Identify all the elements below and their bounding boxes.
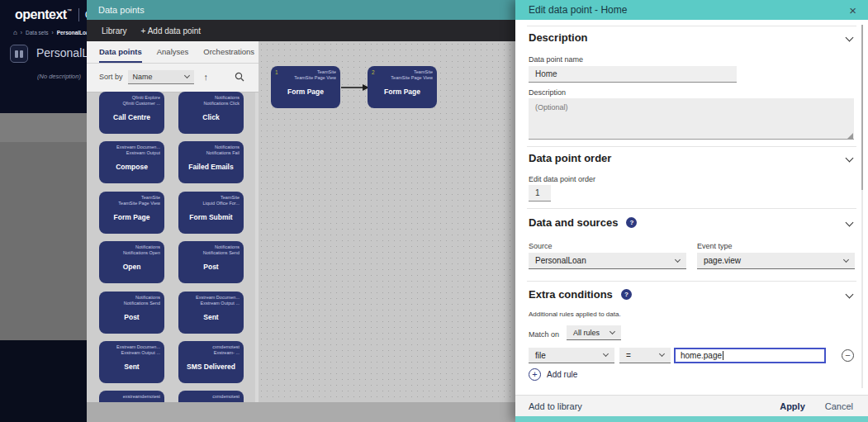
card-name: Form Page — [103, 213, 160, 221]
add-data-point-button[interactable]: + Add data point — [141, 26, 202, 36]
order-input[interactable] — [529, 185, 551, 202]
cancel-button[interactable]: Cancel — [825, 401, 853, 411]
card-source-1: TeamSite — [103, 195, 160, 201]
chevron-down-icon[interactable] — [846, 219, 854, 227]
add-rule-button[interactable]: + Add rule — [529, 368, 577, 381]
library-card-grid: Qfiniti Explore Qfiniti Customer ... Cal… — [87, 92, 259, 402]
library-card[interactable]: Notifications Notifications Click Click — [178, 92, 244, 134]
card-source-1: Exstream Documen... — [103, 344, 160, 350]
library-card[interactable]: Notifications Notifications Open Open — [99, 241, 164, 283]
help-icon[interactable]: ? — [626, 217, 637, 228]
description-label: Description — [529, 88, 566, 97]
card-source-2: Exstream Output ... — [103, 350, 160, 356]
tab-analyses[interactable]: Analyses — [157, 47, 189, 64]
library-card[interactable]: Notifications Notifications Fail Failed … — [178, 141, 244, 183]
library-card[interactable]: Exstream Documen... Exstream Output ... … — [99, 341, 164, 383]
card-name: Form Submit — [183, 213, 240, 221]
section-description-header[interactable]: Description — [529, 31, 588, 44]
card-source-2: Exstream- ... — [183, 350, 240, 356]
logo-trademark: ™ — [67, 8, 72, 13]
data-points-toolbar: Library + Add data point — [87, 20, 515, 41]
card-source-2: Notifications Fail — [183, 150, 240, 156]
event-type-label: Event type — [697, 242, 733, 250]
section-data-sources-header[interactable]: Data and sources ? — [529, 216, 637, 229]
library-button[interactable]: Library — [102, 26, 127, 36]
chevron-down-icon[interactable] — [846, 34, 854, 42]
node-source-2: TeamSite Page View — [372, 75, 433, 81]
section-title: Extra conditions — [529, 288, 613, 301]
chevron-down-icon[interactable] — [846, 291, 854, 299]
dataset-book-icon — [10, 45, 28, 63]
drawer-footer: Add to library Apply Cancel — [515, 395, 868, 416]
card-source-1: Exstream Documen... — [103, 145, 160, 150]
library-card[interactable]: Exstream Documen... Exstream Output Comp… — [99, 141, 164, 183]
divider — [527, 281, 856, 282]
library-card[interactable]: cxmdemotest Exstream- ... SMS Delivered — [178, 341, 244, 383]
canvas-node-form-page-2[interactable]: 2 TeamSite TeamSite Page View Form Page — [368, 66, 437, 108]
close-icon[interactable]: × — [849, 4, 856, 17]
section-title: Description — [529, 31, 588, 44]
logo-divider — [78, 8, 79, 21]
apply-button[interactable]: Apply — [780, 401, 805, 411]
orchestration-canvas[interactable]: 1 TeamSite TeamSite Page View Form Page … — [259, 41, 515, 402]
source-label: Source — [529, 242, 553, 250]
background-content-band — [0, 113, 87, 142]
data-point-name-input[interactable] — [529, 66, 737, 83]
remove-rule-icon[interactable]: − — [842, 349, 854, 362]
chevron-down-icon — [609, 328, 615, 334]
library-card[interactable]: Qfiniti Explore Qfiniti Customer ... Cal… — [99, 92, 164, 134]
card-name: Sent — [183, 313, 240, 321]
text-cursor — [723, 351, 723, 360]
node-source-1: TeamSite — [372, 69, 433, 75]
chevron-down-icon[interactable] — [846, 154, 854, 163]
card-source-2: Notifications Send — [103, 301, 160, 306]
library-card[interactable]: cxmdemotest — [178, 391, 244, 402]
library-tabs: Data points Analyses Orchestrations — [99, 47, 254, 64]
sort-direction-icon[interactable]: ↑ — [204, 72, 209, 82]
help-icon[interactable]: ? — [621, 289, 632, 300]
library-card[interactable]: TeamSite TeamSite Page View Form Page — [99, 192, 164, 234]
card-name: Failed Emails — [183, 163, 240, 171]
card-source-1: Qfiniti Explore — [103, 95, 160, 101]
library-card[interactable]: TeamSite Liquid Office For... Form Submi… — [178, 192, 244, 234]
canvas-node-form-page-1[interactable]: 1 TeamSite TeamSite Page View Form Page — [271, 66, 340, 108]
screen: opentext™ C ⌂ › Data sets › PersonalLoan… — [0, 0, 868, 422]
description-textarea[interactable] — [529, 98, 854, 140]
library-card[interactable]: Exstream Documen... Exstream Output ... … — [178, 292, 244, 334]
rule-value-input[interactable]: home.page — [674, 348, 826, 363]
tab-data-points[interactable]: Data points — [99, 47, 142, 64]
drawer-scrollbar-thumb[interactable] — [861, 25, 863, 190]
match-on-label: Match on — [529, 330, 559, 339]
chevron-down-icon — [183, 72, 189, 78]
node-source-1: TeamSite — [275, 69, 336, 75]
card-source-2: Liquid Office For... — [183, 201, 240, 206]
rule-field-dropdown[interactable]: file — [529, 348, 614, 363]
source-dropdown[interactable]: PersonalLoan — [529, 253, 686, 269]
card-name: SMS Delivered — [183, 363, 240, 371]
chevron-down-icon — [603, 351, 609, 357]
divider — [527, 208, 856, 209]
opentext-logo: opentext™ C — [15, 7, 92, 22]
event-type-dropdown[interactable]: page.view — [697, 253, 855, 269]
chevron-down-icon — [659, 351, 665, 357]
background-content — [0, 142, 87, 340]
section-extra-conditions-header[interactable]: Extra conditions ? — [529, 288, 632, 301]
edit-data-point-drawer: Edit data point - Home × Description Dat… — [515, 0, 868, 422]
breadcrumb-data-sets[interactable]: Data sets — [26, 30, 48, 36]
match-on-dropdown[interactable]: All rules — [567, 325, 621, 340]
tab-orchestrations[interactable]: Orchestrations — [203, 47, 254, 64]
chevron-down-icon — [675, 256, 681, 262]
divider — [527, 146, 856, 147]
home-icon[interactable]: ⌂ — [13, 29, 17, 36]
sort-dropdown[interactable]: Name — [128, 70, 194, 84]
rule-operator-dropdown[interactable]: = — [619, 348, 671, 363]
add-to-library-button[interactable]: Add to library — [529, 401, 582, 411]
search-icon[interactable] — [235, 72, 244, 82]
section-order-header[interactable]: Data point order — [529, 152, 611, 164]
card-source-2: Notifications Click — [183, 101, 240, 107]
extra-conditions-subtitle: Additional rules applied to data. — [529, 311, 621, 318]
library-card[interactable]: exstreamdemotest — [99, 391, 164, 402]
library-card[interactable]: Notifications Notifications Send Post — [178, 241, 244, 283]
card-source-1: Notifications — [183, 244, 240, 250]
library-card[interactable]: Notifications Notifications Send Post — [99, 292, 164, 334]
